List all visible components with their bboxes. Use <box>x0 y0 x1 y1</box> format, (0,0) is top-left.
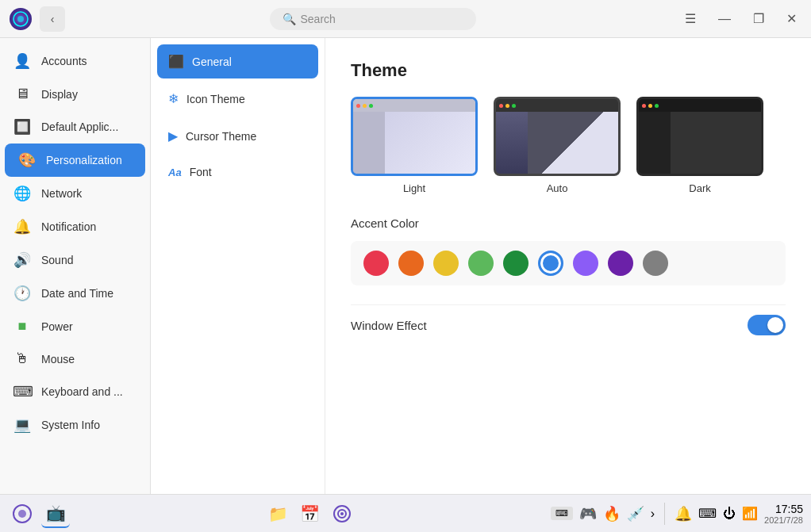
sidebar-label-notification: Notification <box>41 220 96 233</box>
titlebar-right: ☰ — ❐ ✕ <box>680 8 801 29</box>
taskbar-keyboard2-icon[interactable]: ⌨ <box>698 506 717 521</box>
taskbar-settings[interactable] <box>328 499 356 528</box>
taskbar-files[interactable]: 📁 <box>264 499 293 528</box>
taskbar-eyedropper-icon[interactable]: 💉 <box>627 505 644 522</box>
window-effect-toggle[interactable] <box>748 315 786 335</box>
sidebar-label-date-time: Date and Time <box>41 287 113 300</box>
theme-card-dark[interactable]: Dark <box>636 97 763 194</box>
accent-section: Accent Color <box>351 216 786 285</box>
sidebar-item-display[interactable]: 🖥 Display <box>0 78 150 110</box>
taskbar-chevron-icon[interactable]: › <box>651 507 655 521</box>
taskbar-start[interactable] <box>8 499 37 528</box>
sidebar-label-sound: Sound <box>41 254 73 266</box>
theme-label-light: Light <box>403 182 425 194</box>
power-icon: ■ <box>13 318 32 335</box>
search-placeholder: Search <box>301 13 336 25</box>
taskbar-power-icon[interactable]: ⏻ <box>723 507 736 521</box>
icon-theme-icon: ❄ <box>168 91 179 106</box>
sidebar-item-keyboard[interactable]: ⌨ Keyboard and ... <box>0 375 150 408</box>
taskbar-network-icon[interactable]: 📶 <box>742 506 758 521</box>
date-time-icon: 🕐 <box>13 285 32 302</box>
svg-point-3 <box>18 510 26 518</box>
theme-cards: Light Auto <box>351 97 786 194</box>
sub-item-general[interactable]: ⬛ General <box>157 44 318 78</box>
maximize-button[interactable]: ❐ <box>748 8 769 29</box>
sub-label-font: Font <box>190 166 212 178</box>
sidebar-item-date-time[interactable]: 🕐 Date and Time <box>0 277 150 310</box>
accounts-icon: 👤 <box>13 52 32 70</box>
clock-time: 17:55 <box>764 503 803 515</box>
accent-blue[interactable] <box>538 251 563 276</box>
search-icon: 🔍 <box>283 13 296 25</box>
accent-yellow[interactable] <box>433 251 459 276</box>
accent-purple-light[interactable] <box>573 251 598 276</box>
network-icon: 🌐 <box>13 185 32 202</box>
theme-label-auto: Auto <box>547 182 568 194</box>
titlebar-left: ‹ <box>10 6 65 32</box>
cursor-theme-icon: ▶ <box>168 128 178 144</box>
minimize-button[interactable]: — <box>713 9 736 29</box>
accent-green-dark[interactable] <box>503 251 528 276</box>
accent-red[interactable] <box>363 251 389 276</box>
sidebar-item-personalization[interactable]: 🎨 Personalization <box>5 144 145 177</box>
sidebar-label-display: Display <box>41 88 78 101</box>
window-effect-row: Window Effect <box>351 304 786 345</box>
theme-preview-light <box>351 97 478 176</box>
sidebar-item-notification[interactable]: 🔔 Notification <box>0 210 150 243</box>
sidebar-item-accounts[interactable]: 👤 Accounts <box>0 44 150 78</box>
sidebar-item-mouse[interactable]: 🖱 Mouse <box>0 343 150 375</box>
theme-preview-auto <box>494 97 621 176</box>
accent-gray[interactable] <box>643 251 668 276</box>
accent-purple-dark[interactable] <box>608 251 633 276</box>
sidebar-item-default-apps[interactable]: 🔲 Default Applic... <box>0 110 150 144</box>
main-layout: 👤 Accounts 🖥 Display 🔲 Default Applic...… <box>0 38 811 494</box>
sub-item-font[interactable]: Aa Font <box>157 156 318 188</box>
sub-item-cursor-theme[interactable]: ▶ Cursor Theme <box>157 119 318 153</box>
sidebar-item-network[interactable]: 🌐 Network <box>0 177 150 210</box>
taskbar-center: 📁 📅 <box>264 499 356 528</box>
taskbar-calendar[interactable]: 📅 <box>296 499 325 528</box>
taskbar-terminal[interactable]: 📺 <box>41 499 70 528</box>
theme-card-auto[interactable]: Auto <box>494 97 621 194</box>
default-apps-icon: 🔲 <box>13 118 32 136</box>
svg-point-6 <box>340 512 344 515</box>
sidebar-item-system-info[interactable]: 💻 System Info <box>0 408 150 442</box>
taskbar-separator <box>664 503 665 525</box>
menu-button[interactable]: ☰ <box>680 8 701 29</box>
back-button[interactable]: ‹ <box>40 6 65 32</box>
system-info-icon: 💻 <box>13 416 32 434</box>
sidebar-label-accounts: Accounts <box>41 55 87 67</box>
accent-orange[interactable] <box>398 251 424 276</box>
notification-icon: 🔔 <box>13 218 32 235</box>
theme-card-light[interactable]: Light <box>351 97 478 194</box>
keyboard-indicator[interactable]: ⌨ <box>551 507 573 520</box>
accent-green-light[interactable] <box>468 251 494 276</box>
taskbar-left: 📺 <box>8 499 70 528</box>
sub-item-icon-theme[interactable]: ❄ Icon Theme <box>157 82 318 116</box>
search-bar[interactable]: 🔍 Search <box>270 8 476 30</box>
close-button[interactable]: ✕ <box>782 8 801 29</box>
clock: 17:55 2021/7/28 <box>764 503 803 525</box>
theme-label-dark: Dark <box>689 182 710 194</box>
app-logo <box>10 8 32 30</box>
theme-preview-dark <box>636 97 763 176</box>
mouse-icon: 🖱 <box>13 350 32 367</box>
sidebar: 👤 Accounts 🖥 Display 🔲 Default Applic...… <box>0 38 151 494</box>
taskbar-bell-icon[interactable]: 🔔 <box>675 505 692 522</box>
sidebar-label-default-apps: Default Applic... <box>41 121 118 133</box>
sidebar-item-power[interactable]: ■ Power <box>0 310 150 343</box>
taskbar-game-icon[interactable]: 🎮 <box>579 505 597 522</box>
sidebar-label-personalization: Personalization <box>46 154 122 166</box>
sub-sidebar: ⬛ General ❄ Icon Theme ▶ Cursor Theme Aa… <box>151 38 325 494</box>
display-icon: 🖥 <box>13 86 32 102</box>
sub-label-icon-theme: Icon Theme <box>186 93 245 105</box>
taskbar: 📺 📁 📅 ⌨ 🎮 🔥 💉 › 🔔 ⌨ ⏻ 📶 17:55 2021/7/28 <box>0 494 811 532</box>
sidebar-label-mouse: Mouse <box>41 353 75 366</box>
sidebar-label-system-info: System Info <box>41 419 100 431</box>
taskbar-fire-icon[interactable]: 🔥 <box>603 505 621 522</box>
accent-colors-container <box>351 241 786 285</box>
sidebar-label-keyboard: Keyboard and ... <box>41 385 123 398</box>
sidebar-item-sound[interactable]: 🔊 Sound <box>0 243 150 277</box>
sidebar-label-power: Power <box>41 320 73 333</box>
sub-label-cursor-theme: Cursor Theme <box>186 130 256 143</box>
